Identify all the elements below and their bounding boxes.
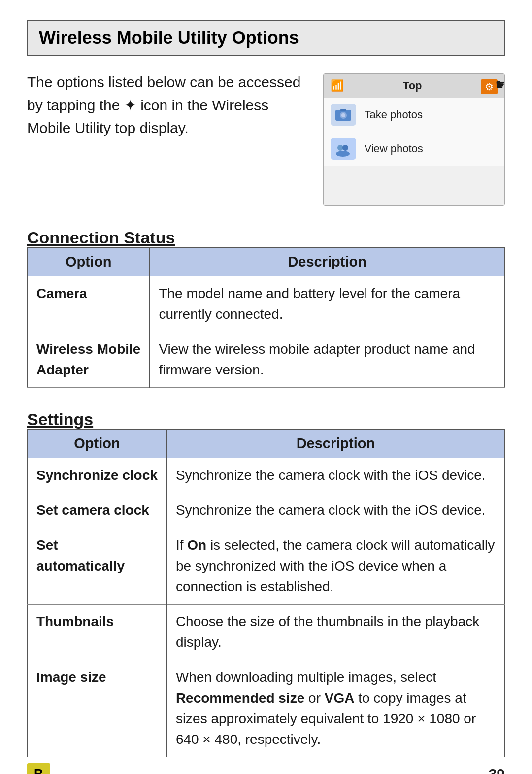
page-number: 39 (489, 766, 505, 774)
view-photos-icon (331, 138, 356, 160)
table-row: Wireless MobileAdapter View the wireless… (28, 332, 505, 388)
wifi-icon: 📶 (331, 79, 344, 92)
table-row: Set camera clock Synchronize the camera … (28, 493, 505, 528)
connection-status-table: Option Description Camera The model name… (27, 247, 505, 388)
settings-heading: Settings (27, 410, 505, 429)
connection-col2-header: Description (150, 248, 505, 276)
settings-table-header-row: Option Description (28, 430, 505, 458)
svg-point-2 (341, 113, 345, 117)
settings-section: Settings Option Description Synchronize … (27, 410, 505, 757)
hand-cursor-icon: ☛ (495, 76, 505, 93)
thumbnails-option: Thumbnails (28, 605, 167, 660)
settings-col1-header: Option (28, 430, 167, 458)
connection-status-heading: Connection Status (27, 228, 505, 247)
connection-status-section: Connection Status Option Description Cam… (27, 228, 505, 388)
table-row: Setautomatically If On is selected, the … (28, 528, 505, 605)
camera-description: The model name and battery level for the… (150, 276, 505, 332)
page-title: Wireless Mobile Utility Options (39, 28, 493, 48)
settings-table: Option Description Synchronize clock Syn… (27, 429, 505, 757)
view-photos-label: View photos (364, 142, 423, 155)
ui-mockup: 📶 Top ⚙ ☛ Take photos (323, 73, 505, 206)
svg-point-5 (342, 145, 348, 151)
wireless-adapter-option: Wireless MobileAdapter (28, 332, 150, 388)
take-photos-icon (331, 104, 356, 126)
table-row: Camera The model name and battery level … (28, 276, 505, 332)
svg-rect-3 (340, 109, 346, 111)
settings-col2-header: Description (166, 430, 504, 458)
footer-badge: B (27, 763, 50, 774)
vga-bold: VGA (325, 690, 355, 706)
set-camera-clock-option: Set camera clock (28, 493, 167, 528)
recommended-size-bold: Recommended size (176, 690, 304, 706)
mockup-header-title: Top (403, 79, 422, 92)
wireless-adapter-description: View the wireless mobile adapter product… (150, 332, 505, 388)
table-row: Image size When downloading multiple ima… (28, 660, 505, 757)
synchronize-clock-option: Synchronize clock (28, 458, 167, 493)
page-container: Wireless Mobile Utility Options The opti… (0, 0, 532, 774)
set-camera-clock-description: Synchronize the camera clock with the iO… (166, 493, 504, 528)
on-bold: On (187, 538, 206, 553)
page-footer: B 39 (27, 763, 505, 774)
mockup-row-view-photos: View photos (324, 132, 504, 166)
ui-mockup-header: 📶 Top ⚙ ☛ (324, 74, 504, 98)
table-row: Synchronize clock Synchronize the camera… (28, 458, 505, 493)
set-automatically-description: If On is selected, the camera clock will… (166, 528, 504, 605)
title-section: Wireless Mobile Utility Options (27, 20, 505, 56)
take-photos-label: Take photos (364, 108, 423, 121)
image-size-description: When downloading multiple images, select… (166, 660, 504, 757)
intro-section: The options listed below can be accessed… (27, 71, 505, 206)
synchronize-clock-description: Synchronize the camera clock with the iO… (166, 458, 504, 493)
connection-col1-header: Option (28, 248, 150, 276)
thumbnails-description: Choose the size of the thumbnails in the… (166, 605, 504, 660)
image-size-option: Image size (28, 660, 167, 757)
mockup-row-take-photos: Take photos (324, 98, 504, 132)
table-row: Thumbnails Choose the size of the thumbn… (28, 605, 505, 660)
mockup-empty-area (324, 166, 504, 205)
connection-table-header-row: Option Description (28, 248, 505, 276)
camera-option: Camera (28, 276, 150, 332)
svg-point-6 (336, 151, 350, 157)
set-automatically-option: Setautomatically (28, 528, 167, 605)
gear-inline-icon: ✦ (124, 97, 136, 113)
intro-text: The options listed below can be accessed… (27, 71, 304, 140)
